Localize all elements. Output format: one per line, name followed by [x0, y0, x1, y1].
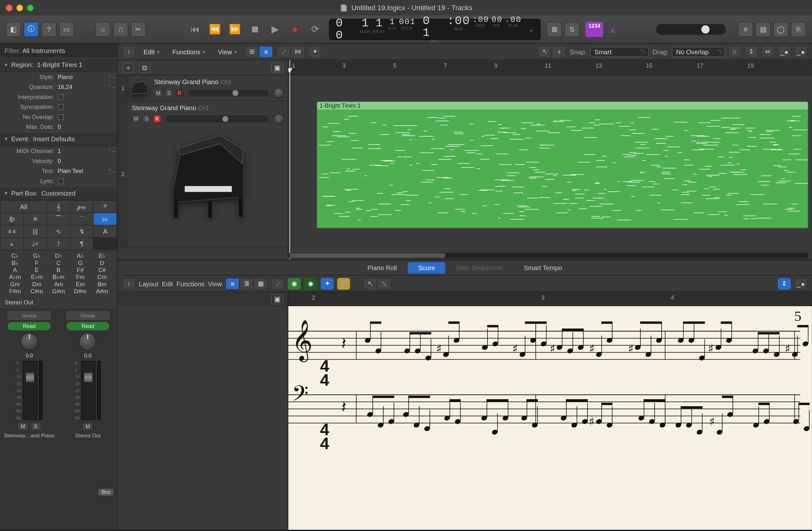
track-row-2[interactable]: 2 Steinway Grand Piano Ch1 M S R: [118, 101, 288, 247]
metronome-button[interactable]: ◭: [606, 22, 621, 37]
partbox-fp[interactable]: fp: [1, 213, 24, 225]
filter-bar[interactable]: Filter: All Instruments: [0, 43, 117, 58]
snap-dropdown[interactable]: Smart: [590, 46, 649, 57]
maximize-icon[interactable]: [27, 4, 33, 11]
add-track-button[interactable]: +: [122, 62, 134, 73]
list-view-button[interactable]: ≡: [259, 46, 273, 57]
color-mode-2[interactable]: ◉: [304, 278, 318, 290]
bass-staff[interactable]: 𝄢 44 𝄽♯♯♯: [288, 394, 800, 423]
track-record-enable[interactable]: R: [175, 89, 184, 97]
key-item[interactable]: E♭: [92, 253, 112, 259]
partbox-item[interactable]: ¶: [70, 238, 93, 250]
zoom-slider-v[interactable]: ⎯●: [778, 46, 791, 57]
back-button[interactable]: ↑: [122, 46, 135, 57]
track-volume-slider[interactable]: [188, 89, 269, 97]
drag-dropdown[interactable]: No Overlap: [672, 46, 725, 57]
score-linear-view[interactable]: ≣: [240, 278, 254, 290]
library-button[interactable]: ◧: [6, 22, 21, 37]
score-zoom-slider[interactable]: ⎯●: [794, 278, 807, 290]
score-vzoom-button[interactable]: ⇕: [778, 278, 791, 290]
text-style-select[interactable]: Plain Text: [58, 168, 108, 174]
partbox-item[interactable]: A: [94, 225, 117, 237]
automation-read-button[interactable]: Read: [66, 322, 110, 331]
staff-paper[interactable]: 5 𝄞 44 𝄽♯♯♯♯♯♯♯: [288, 306, 812, 530]
score-alt-tool[interactable]: ＼: [377, 278, 392, 290]
score-view-menu[interactable]: View: [208, 280, 222, 287]
help-button[interactable]: ?: [41, 22, 56, 37]
tab-piano-roll[interactable]: Piano Roll: [357, 262, 408, 274]
pan-knob[interactable]: [20, 333, 38, 350]
replace-button[interactable]: ⊠: [547, 22, 562, 37]
volume-fader[interactable]: [81, 361, 96, 420]
key-item[interactable]: E♭m: [26, 274, 47, 280]
solo-button[interactable]: S: [564, 22, 580, 37]
key-item[interactable]: D: [92, 260, 112, 266]
inspector-button[interactable]: ⓘ: [24, 22, 39, 37]
score-main[interactable]: 2345 5 𝄞 44 𝄽♯♯♯♯♯♯♯: [288, 292, 812, 530]
midi-in-button[interactable]: ⟋: [272, 278, 285, 290]
score-edit-menu[interactable]: Edit: [162, 280, 173, 287]
key-item[interactable]: G♭: [26, 253, 47, 259]
key-item[interactable]: E: [26, 267, 47, 273]
rewind-button[interactable]: ⏪: [207, 21, 223, 38]
partbox-dynamics[interactable]: 𝆏𝆐: [70, 201, 93, 213]
key-item[interactable]: A♭: [70, 253, 91, 259]
forward-button[interactable]: ⏩: [227, 21, 243, 38]
count-in-badge[interactable]: 1234: [585, 22, 603, 37]
track-volume-slider[interactable]: [166, 115, 269, 123]
score-page-view[interactable]: ▦: [254, 278, 268, 290]
key-item[interactable]: Dm: [26, 281, 47, 287]
cycle-button[interactable]: ⟳: [307, 21, 323, 38]
key-item[interactable]: C♭: [5, 253, 25, 259]
key-item[interactable]: Gm: [5, 281, 25, 287]
partbox-section-header[interactable]: Part Box: Customized: [0, 186, 117, 200]
arrange-area[interactable]: 135791113151719 1-Bright Tines 1: [288, 60, 812, 260]
track-record-enable[interactable]: R: [153, 115, 161, 123]
duplicate-track-button[interactable]: ⧉: [139, 62, 151, 73]
global-tracks-button[interactable]: ▣: [271, 62, 283, 73]
partbox-item[interactable]: ⁎: [1, 238, 24, 250]
zoom-slider-h[interactable]: ⎯●: [794, 46, 807, 57]
score-catch-button[interactable]: ▣: [271, 294, 283, 304]
solo-button[interactable]: S: [30, 422, 41, 430]
score-back-button[interactable]: ↑: [122, 278, 135, 290]
key-item[interactable]: C#: [92, 267, 112, 273]
edit-menu[interactable]: Edit: [139, 46, 164, 57]
gain-value[interactable]: 0.0: [26, 353, 33, 359]
key-item[interactable]: Em: [70, 281, 91, 287]
master-level-slider[interactable]: [656, 24, 726, 34]
link-button[interactable]: 🔗: [337, 278, 350, 290]
loops-button[interactable]: ◯: [773, 22, 788, 37]
track-mute[interactable]: M: [132, 115, 140, 123]
go-to-start-button[interactable]: ⏮: [187, 21, 203, 38]
region-section-header[interactable]: Region: 1-Bright Tines 1: [0, 58, 117, 72]
treble-staff[interactable]: 𝄞 44 𝄽♯♯♯♯♯♯♯: [288, 331, 800, 359]
key-item[interactable]: Bm: [92, 281, 112, 287]
key-item[interactable]: F#m: [5, 288, 25, 294]
catch-button[interactable]: ✦: [309, 46, 322, 57]
partbox-item[interactable]: ↯: [70, 225, 93, 237]
key-item[interactable]: D#m: [70, 288, 91, 294]
functions-menu[interactable]: Functions: [168, 46, 210, 57]
close-icon[interactable]: [6, 4, 12, 11]
tab-smart-tempo[interactable]: Smart Tempo: [513, 262, 573, 274]
record-button[interactable]: ●: [287, 21, 303, 38]
key-item[interactable]: G: [70, 260, 91, 266]
mute-button[interactable]: M: [83, 422, 93, 430]
partbox-bass-clef[interactable]: 𝄢: [94, 201, 117, 213]
gain-value[interactable]: 0.0: [84, 353, 91, 359]
partbox-item[interactable]: ⌒: [70, 213, 93, 225]
max-dots-value[interactable]: 0: [58, 124, 113, 130]
smart-controls-button[interactable]: ☼: [95, 22, 111, 37]
key-item[interactable]: F: [26, 260, 47, 266]
partbox-accidentals[interactable]: ♭♭: [94, 213, 117, 225]
mute-button[interactable]: M: [17, 422, 28, 430]
key-item[interactable]: Fm: [70, 274, 91, 280]
notes-button[interactable]: ▤: [756, 22, 771, 37]
arrange-ruler[interactable]: 135791113151719: [288, 60, 812, 75]
partbox-all[interactable]: All: [1, 201, 47, 213]
tab-score[interactable]: Score: [408, 262, 446, 274]
play-button[interactable]: ▶: [267, 21, 283, 38]
score-functions-menu[interactable]: Functions: [177, 280, 205, 287]
time-signature[interactable]: 44: [320, 423, 329, 451]
